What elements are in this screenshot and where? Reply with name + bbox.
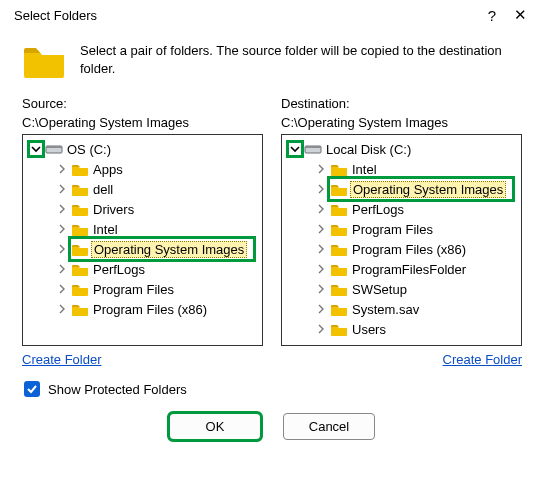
tree-item[interactable]: Operating System Images: [27, 239, 258, 259]
tree-item-label: Program Files (x86): [93, 302, 207, 317]
titlebar: Select Folders ? ✕: [0, 0, 544, 30]
source-label: Source:: [22, 96, 263, 111]
folder-icon: [330, 302, 348, 316]
help-icon[interactable]: ?: [478, 7, 506, 24]
folder-icon: [71, 262, 89, 276]
tree-item[interactable]: Apps: [27, 159, 258, 179]
tree-item-label: PerfLogs: [93, 262, 145, 277]
intro-row: Select a pair of folders. The source fol…: [22, 42, 522, 78]
folder-icon: [330, 322, 348, 336]
folder-icon: [330, 282, 348, 296]
show-protected-label: Show Protected Folders: [48, 382, 187, 397]
drive-icon: [304, 142, 322, 156]
chevron-right-icon[interactable]: [314, 162, 328, 176]
folder-icon: [330, 182, 348, 196]
tree-item-label: dell: [93, 182, 113, 197]
tree-item[interactable]: ProgramFilesFolder: [286, 259, 517, 279]
chevron-right-icon[interactable]: [314, 282, 328, 296]
folder-icon: [330, 202, 348, 216]
chevron-right-icon[interactable]: [314, 202, 328, 216]
tree-item[interactable]: Drivers: [27, 199, 258, 219]
tree-item[interactable]: Operating System Images: [286, 179, 517, 199]
chevron-right-icon[interactable]: [55, 182, 69, 196]
tree-root[interactable]: Local Disk (C:): [286, 139, 517, 159]
create-folder-link-destination[interactable]: Create Folder: [443, 352, 522, 367]
tree-item[interactable]: Program Files (x86): [286, 239, 517, 259]
destination-label: Destination:: [281, 96, 522, 111]
folder-icon: [71, 282, 89, 296]
folder-icon: [71, 162, 89, 176]
source-pane: Source: C:\Operating System Images OS (C…: [22, 96, 263, 367]
show-protected-row[interactable]: Show Protected Folders: [24, 381, 522, 397]
tree-item-label: Operating System Images: [91, 241, 247, 258]
tree-item[interactable]: Intel: [286, 159, 517, 179]
tree-item[interactable]: Intel: [27, 219, 258, 239]
tree-item[interactable]: SWSetup: [286, 279, 517, 299]
chevron-right-icon[interactable]: [55, 262, 69, 276]
tree-root-label: Local Disk (C:): [326, 142, 411, 157]
tree-item-label: Program Files (x86): [352, 242, 466, 257]
selected-item-highlight: Operating System Images: [71, 239, 253, 259]
chevron-right-icon[interactable]: [314, 182, 328, 196]
dialog-buttons: OK Cancel: [22, 413, 522, 440]
chevron-right-icon[interactable]: [55, 282, 69, 296]
chevron-right-icon[interactable]: [55, 162, 69, 176]
dialog-title: Select Folders: [14, 8, 478, 23]
chevron-right-icon[interactable]: [314, 222, 328, 236]
folder-icon: [71, 202, 89, 216]
intro-text: Select a pair of folders. The source fol…: [80, 42, 522, 77]
svg-rect-1: [46, 146, 62, 148]
svg-rect-3: [305, 146, 321, 148]
folder-icon: [71, 182, 89, 196]
tree-item-label: Apps: [93, 162, 123, 177]
drive-icon: [45, 142, 63, 156]
chevron-right-icon[interactable]: [55, 302, 69, 316]
tree-item-label: Intel: [93, 222, 118, 237]
chevron-down-icon[interactable]: [29, 142, 43, 156]
folder-icon: [330, 222, 348, 236]
destination-pane: Destination: C:\Operating System Images …: [281, 96, 522, 367]
folder-icon: [71, 242, 89, 256]
chevron-right-icon[interactable]: [314, 262, 328, 276]
tree-item[interactable]: dell: [27, 179, 258, 199]
tree-item-label: SWSetup: [352, 282, 407, 297]
tree-item[interactable]: Program Files: [27, 279, 258, 299]
chevron-right-icon[interactable]: [314, 302, 328, 316]
destination-tree[interactable]: Local Disk (C:) IntelOperating System Im…: [281, 134, 522, 346]
tree-item[interactable]: PerfLogs: [27, 259, 258, 279]
tree-item-label: Intel: [352, 162, 377, 177]
tree-item-label: ProgramFilesFolder: [352, 262, 466, 277]
tree-item[interactable]: Users: [286, 319, 517, 339]
chevron-right-icon[interactable]: [314, 322, 328, 336]
chevron-right-icon[interactable]: [314, 242, 328, 256]
tree-item[interactable]: Program Files: [286, 219, 517, 239]
tree-item-label: Program Files: [93, 282, 174, 297]
folder-large-icon: [22, 42, 66, 78]
destination-path: C:\Operating System Images: [281, 115, 522, 130]
ok-button[interactable]: OK: [169, 413, 261, 440]
chevron-right-icon[interactable]: [55, 202, 69, 216]
folder-icon: [71, 222, 89, 236]
tree-item-label: Users: [352, 322, 386, 337]
chevron-down-icon[interactable]: [288, 142, 302, 156]
source-tree[interactable]: OS (C:) AppsdellDriversIntelOperating Sy…: [22, 134, 263, 346]
tree-item-label: Drivers: [93, 202, 134, 217]
chevron-right-icon[interactable]: [55, 242, 69, 256]
tree-item[interactable]: Program Files (x86): [27, 299, 258, 319]
tree-item-label: Operating System Images: [350, 181, 506, 198]
select-folders-dialog: Select Folders ? ✕ Select a pair of fold…: [0, 0, 544, 456]
tree-item[interactable]: System.sav: [286, 299, 517, 319]
tree-root-label: OS (C:): [67, 142, 111, 157]
selected-item-highlight: Operating System Images: [330, 179, 512, 199]
folder-icon: [330, 242, 348, 256]
create-folder-link-source[interactable]: Create Folder: [22, 352, 101, 367]
tree-root[interactable]: OS (C:): [27, 139, 258, 159]
cancel-button[interactable]: Cancel: [283, 413, 375, 440]
close-icon[interactable]: ✕: [506, 6, 534, 24]
chevron-right-icon[interactable]: [55, 222, 69, 236]
tree-item-label: PerfLogs: [352, 202, 404, 217]
show-protected-checkbox[interactable]: [24, 381, 40, 397]
tree-item-label: System.sav: [352, 302, 419, 317]
tree-item[interactable]: PerfLogs: [286, 199, 517, 219]
folder-icon: [330, 162, 348, 176]
